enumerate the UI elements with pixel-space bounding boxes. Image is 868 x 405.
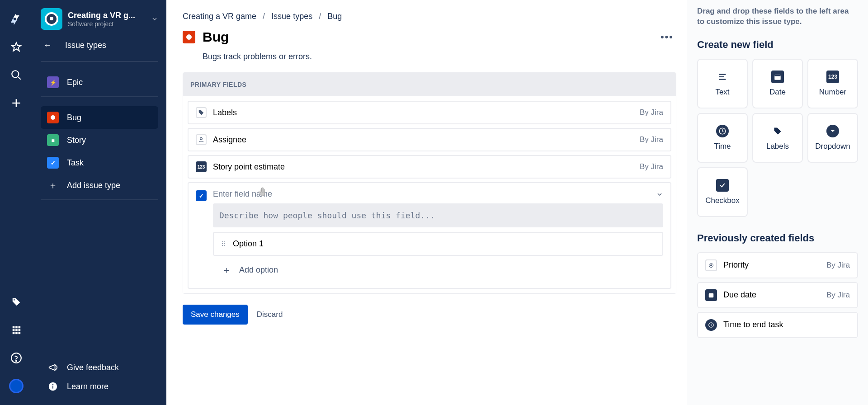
dropdown-icon [826, 125, 839, 137]
tile-label: Number [819, 88, 846, 97]
breadcrumb: Creating a VR game / Issue types / Bug [183, 12, 676, 21]
field-tile-number[interactable]: 123 Number [807, 59, 858, 108]
svg-point-15 [52, 384, 53, 385]
field-tile-time[interactable]: Time [697, 113, 748, 163]
jira-logo-icon[interactable] [6, 9, 26, 29]
sidebar-item-story[interactable]: Story [41, 129, 158, 151]
tag-icon [196, 107, 207, 118]
field-tile-text[interactable]: Text [697, 59, 748, 108]
field-tile-date[interactable]: Date [752, 59, 803, 108]
add-option-button[interactable]: ＋ Add option [213, 260, 663, 280]
prev-field-time-end[interactable]: Time to end task [697, 312, 858, 338]
breadcrumb-item[interactable]: Creating a VR game [183, 12, 256, 21]
tile-label: Dropdown [815, 142, 850, 151]
svg-rect-10 [19, 332, 21, 334]
breadcrumb-separator: / [263, 12, 265, 21]
clock-icon [716, 125, 729, 137]
sidebar-divider [41, 96, 158, 97]
clock-icon [705, 319, 717, 331]
svg-rect-2 [13, 326, 15, 329]
project-subtitle: Software project [68, 20, 135, 28]
field-assignee[interactable]: Assignee By Jira [188, 128, 671, 151]
apps-grid-icon[interactable] [6, 320, 26, 340]
field-source: By Jira [640, 135, 663, 144]
global-rail [0, 0, 33, 405]
learn-more-link[interactable]: Learn more [41, 377, 158, 396]
sidebar-item-label: Story [67, 136, 86, 145]
field-tile-dropdown[interactable]: Dropdown [807, 113, 858, 163]
sidebar-item-label: Add issue type [67, 181, 120, 190]
field-labels[interactable]: Labels By Jira [188, 101, 671, 124]
chevron-down-icon[interactable] [151, 15, 158, 23]
star-icon[interactable] [6, 37, 26, 57]
previous-fields-header: Previously created fields [697, 232, 858, 244]
option-row[interactable] [213, 232, 663, 256]
page-title: Bug [203, 29, 229, 45]
field-source: By Jira [640, 162, 663, 171]
plus-icon: ＋ [47, 179, 59, 191]
svg-point-16 [200, 137, 203, 140]
field-story-points[interactable]: 123 Story point estimate By Jira [188, 155, 671, 179]
more-menu-icon[interactable]: ••• [658, 31, 676, 43]
tile-label: Time [714, 142, 731, 151]
primary-fields-section: PRIMARY FIELDS Labels By Jira Assignee B… [183, 72, 676, 294]
bug-icon [47, 112, 59, 123]
learn-more-label: Learn more [67, 382, 108, 391]
epic-icon [47, 76, 59, 88]
sidebar-item-epic[interactable]: Epic [41, 71, 158, 94]
calendar-icon [705, 289, 717, 301]
save-changes-button[interactable]: Save changes [183, 305, 248, 325]
breadcrumb-item[interactable]: Issue types [271, 12, 312, 21]
svg-rect-5 [13, 329, 15, 331]
back-label: Issue types [65, 41, 106, 50]
chevron-down-icon[interactable] [656, 191, 663, 198]
prev-field-priority[interactable]: Priority By Jira [697, 252, 858, 278]
give-feedback-link[interactable]: Give feedback [41, 358, 158, 377]
checkbox-icon [716, 179, 729, 192]
text-icon [716, 71, 729, 83]
sidebar-item-label: Task [67, 158, 84, 168]
create-icon[interactable] [6, 93, 26, 113]
back-to-issue-types[interactable]: ← Issue types [41, 41, 158, 50]
svg-point-12 [16, 360, 17, 361]
radio-icon [705, 259, 717, 271]
discard-button[interactable]: Discard [257, 310, 283, 319]
number-icon: 123 [826, 71, 839, 83]
plus-icon: ＋ [222, 264, 231, 276]
field-description-input[interactable] [213, 203, 663, 227]
story-icon [47, 134, 59, 146]
drag-handle-icon[interactable] [221, 240, 225, 248]
calendar-icon [771, 71, 784, 83]
field-name: Assignee [213, 135, 246, 145]
prev-field-source: By Jira [826, 291, 850, 300]
svg-rect-8 [13, 332, 15, 334]
sidebar-item-label: Bug [67, 113, 81, 122]
sidebar-item-task[interactable]: Task [41, 151, 158, 174]
sidebar-item-label: Epic [67, 78, 83, 87]
project-avatar-icon [41, 8, 62, 30]
svg-point-21 [710, 264, 712, 266]
help-icon[interactable] [6, 348, 26, 368]
sidebar-item-bug[interactable]: Bug [41, 106, 158, 129]
sidebar-add-issue-type[interactable]: ＋ Add issue type [41, 174, 158, 197]
breadcrumb-item[interactable]: Bug [327, 12, 342, 21]
create-field-header: Create new field [697, 39, 858, 51]
option-input[interactable] [233, 239, 655, 249]
profile-avatar[interactable] [6, 376, 26, 396]
search-icon[interactable] [6, 65, 26, 85]
prev-field-name: Time to end task [723, 320, 783, 330]
main-content: Creating a VR game / Issue types / Bug B… [166, 0, 687, 405]
field-tile-checkbox[interactable]: Checkbox [697, 167, 748, 217]
project-switcher[interactable]: Creating a VR g... Software project [41, 8, 158, 30]
prev-field-due-date[interactable]: Due date By Jira [697, 282, 858, 308]
svg-rect-4 [19, 326, 21, 329]
field-tile-labels[interactable]: Labels [752, 113, 803, 163]
issue-description: Bugs track problems or errors. [203, 52, 676, 61]
sidebar-divider [41, 61, 158, 62]
field-name-input[interactable] [213, 189, 651, 199]
checkbox-icon [196, 190, 207, 201]
svg-rect-18 [774, 75, 781, 76]
primary-fields-header: PRIMARY FIELDS [183, 73, 676, 96]
sidebar-divider [41, 199, 158, 200]
tag-nav-icon[interactable] [6, 292, 26, 312]
